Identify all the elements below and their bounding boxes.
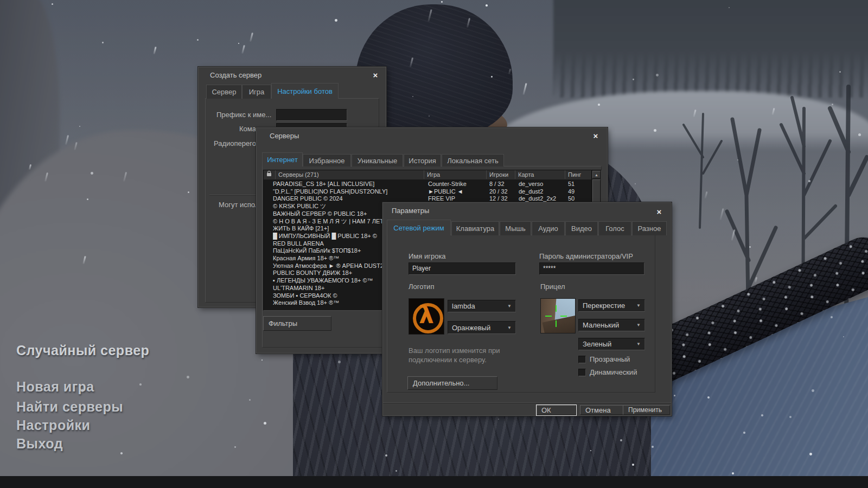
dynamic-checkbox[interactable]: [578, 369, 586, 376]
advanced-button[interactable]: Дополнительно...: [407, 376, 497, 390]
tab-server[interactable]: Сервер: [206, 85, 242, 99]
player-name-input[interactable]: Player: [409, 262, 516, 275]
window-options: Параметры × Сетевой режим Клавиатура Мыш…: [382, 202, 672, 416]
game-column-header[interactable]: Игра: [424, 170, 487, 179]
ping-column-header[interactable]: Пинг: [565, 170, 592, 179]
player-name-label: Имя игрока: [409, 252, 446, 260]
server-game-cell: FREE VIP: [428, 195, 486, 202]
chevron-down-icon: ▼: [636, 323, 641, 328]
command-label: Кома: [239, 125, 256, 133]
server-ping-cell: 51: [568, 181, 590, 188]
tab-bot-settings[interactable]: Настройки ботов: [271, 83, 339, 99]
footer-divider: [383, 402, 671, 403]
crosshair-preview: [540, 298, 576, 333]
menu-item-find-servers[interactable]: Найти серверы: [16, 399, 123, 415]
apply-button[interactable]: Применить: [623, 405, 670, 415]
server-name-cell: “D.P.L.” [PUBLIC|NO FLASH|DUST2ONLY]: [273, 188, 423, 195]
server-ping-cell: 49: [568, 188, 590, 195]
server-row[interactable]: PARADISE_CS 18+ [ALL INCLUSIVE] Counter-…: [264, 181, 592, 188]
tab-voice[interactable]: Голос: [598, 221, 631, 235]
server-players-cell: 8 / 32: [489, 181, 514, 188]
tab-audio[interactable]: Аудио: [532, 221, 565, 235]
servers-titlebar[interactable]: Серверы ×: [257, 128, 607, 143]
logo-note: Ваш логотип изменится при подключении к …: [409, 346, 500, 364]
chevron-down-icon: ▼: [507, 325, 512, 330]
chevron-down-icon: ▼: [507, 304, 512, 309]
tab-history[interactable]: История: [404, 154, 441, 166]
lambda-icon: λ: [409, 301, 444, 329]
tab-internet[interactable]: Интернет: [262, 152, 303, 166]
scroll-up-icon[interactable]: ▲: [592, 171, 601, 178]
lock-icon: [267, 173, 271, 176]
crosshair-top: [556, 305, 557, 312]
tab-misc[interactable]: Разное: [632, 221, 667, 235]
server-row[interactable]: “D.P.L.” [PUBLIC|NO FLASH|DUST2ONLY] ►PU…: [264, 188, 592, 196]
logo-preview: λ: [409, 298, 444, 335]
tab-game[interactable]: Игра: [242, 85, 271, 99]
menu-item-settings[interactable]: Настройки: [16, 418, 90, 433]
admin-password-input[interactable]: *****: [539, 262, 644, 275]
logo-type-dropdown[interactable]: lambda▼: [448, 300, 516, 312]
server-game-cell: ►PUBLIC ◄: [428, 188, 486, 195]
create-server-titlebar[interactable]: Создать сервер ×: [199, 67, 386, 82]
tab-video[interactable]: Видео: [565, 221, 598, 235]
logo-label: Логотип: [409, 282, 434, 291]
transparent-label: Прозрачный: [590, 355, 630, 363]
server-players-cell: 12 / 32: [489, 195, 514, 202]
crosshair-type-dropdown[interactable]: Перекрестие▼: [578, 299, 645, 312]
menu-item-exit[interactable]: Выход: [16, 436, 63, 452]
crosshair-size-dropdown[interactable]: Маленький▼: [578, 319, 645, 331]
options-titlebar[interactable]: Параметры ×: [383, 203, 671, 218]
crosshair-left: [545, 316, 552, 317]
prefix-input[interactable]: [276, 109, 347, 121]
close-icon[interactable]: ×: [654, 207, 664, 217]
crosshair-bottom: [556, 320, 557, 327]
server-name-cell: PARADISE_CS 18+ [ALL INCLUSIVE]: [273, 181, 423, 188]
dynamic-label: Динамический: [590, 368, 637, 376]
servers-column-header[interactable]: Серверы (271): [276, 170, 424, 179]
tab-favorites[interactable]: Избранное: [303, 154, 351, 166]
ok-button[interactable]: ОК: [537, 405, 576, 415]
close-icon[interactable]: ×: [591, 131, 601, 141]
tab-mouse[interactable]: Мышь: [500, 221, 531, 235]
crosshair-color-dropdown[interactable]: Зеленый▼: [578, 338, 645, 350]
server-players-cell: 20 / 32: [489, 188, 514, 195]
logo-color-dropdown[interactable]: Оранжевый▼: [448, 321, 516, 334]
chevron-down-icon: ▼: [636, 342, 641, 346]
scroll-thumb[interactable]: [592, 179, 601, 202]
close-icon[interactable]: ×: [371, 70, 380, 80]
letterbox-bar: [0, 476, 868, 488]
crosshair-label: Прицел: [540, 282, 565, 291]
admin-password-label: Пароль администратора/VIP: [539, 252, 633, 260]
server-name-cell: DANGER PUBLIC © 2024: [273, 195, 423, 202]
server-map-cell: de_verso: [519, 181, 564, 188]
filters-button[interactable]: Фильтры: [263, 316, 331, 331]
game-screen: Случайный сервер Новая игра Найти сервер…: [0, 0, 868, 488]
server-map-cell: de_dust2_2x2: [519, 195, 564, 202]
players-column-header[interactable]: Игроки: [487, 170, 515, 179]
map-column-header[interactable]: Карта: [515, 170, 565, 179]
tab-keyboard[interactable]: Клавиатура: [451, 221, 499, 235]
crosshair-right: [560, 316, 567, 317]
prefix-label: Префикс к име...: [216, 111, 271, 119]
window-title: Параметры: [392, 207, 429, 215]
tab-lan[interactable]: Локальная сеть: [442, 154, 504, 166]
tab-network-mode[interactable]: Сетевой режим: [387, 220, 451, 235]
server-map-cell: de_dust2: [519, 188, 564, 195]
tab-unique[interactable]: Уникальные: [352, 154, 403, 166]
lock-column-header[interactable]: [264, 170, 276, 179]
server-list-header: Серверы (271) Игра Игроки Карта Пинг: [264, 170, 601, 180]
transparent-checkbox[interactable]: [578, 356, 586, 363]
window-title: Создать сервер: [210, 71, 261, 79]
menu-item-random-server[interactable]: Случайный сервер: [16, 343, 149, 358]
radio-label: Радиоперегов: [214, 139, 260, 147]
menu-item-new-game[interactable]: Новая игра: [16, 379, 94, 395]
chevron-down-icon: ▼: [636, 303, 641, 308]
window-title: Серверы: [270, 132, 299, 140]
server-game-cell: Counter-Strike: [428, 181, 486, 188]
server-ping-cell: 50: [568, 195, 590, 202]
